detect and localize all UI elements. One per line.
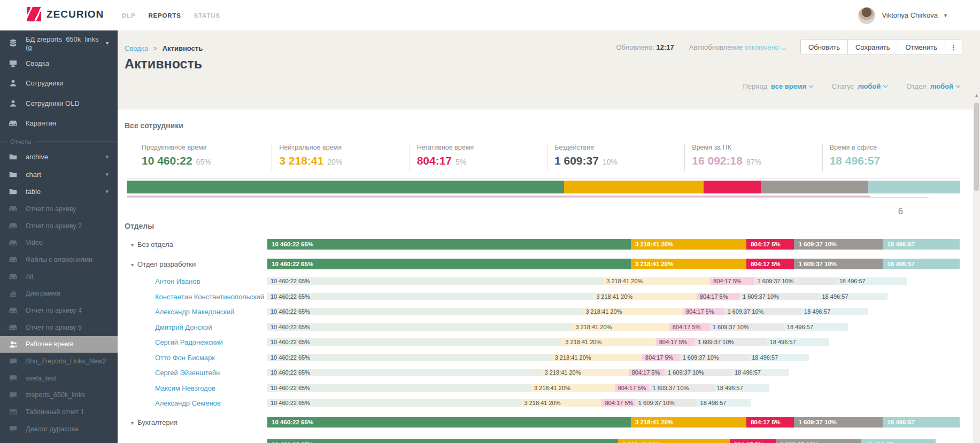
- bar-segment-бездействие: 1 609:37 10%: [739, 293, 819, 300]
- bar-segment-label: 3 218:41 20%: [534, 385, 570, 391]
- sidebar-item-табличный-отчет-1[interactable]: Табличный отчет 1: [0, 403, 118, 421]
- bar-segment-время-в-офисе: 18 496:57: [861, 439, 936, 443]
- sidebar-item-label: Отчет по архиву 5: [26, 324, 82, 331]
- bar-segment-негативное-время: 804:17 5%: [683, 308, 724, 315]
- bar-segment-время-в-офисе: 18 496:57: [731, 369, 789, 376]
- employee-row-сергий-радонежский: Сергий Радонежский10 460:22 65%3 218:41 …: [127, 338, 960, 346]
- bar-segment-label: 10 460:22 65%: [271, 308, 310, 315]
- sidebar-item-table[interactable]: table▾: [0, 183, 118, 201]
- employee-link[interactable]: Отто Фон Бисмарк: [155, 353, 215, 361]
- department-label[interactable]: ▾Отдел разработки: [131, 260, 196, 268]
- stacked-bar: 10 460:22 65%3 218:41 20%804:17 5%1 609:…: [267, 239, 960, 250]
- sidebar-item-диалог-дурасова[interactable]: Диалог дурасова: [0, 421, 118, 438]
- bar-segment-label: 10 460:22 65%: [271, 278, 310, 284]
- sidebar-item-файлы-с-вложениями[interactable]: Файлы с вложениями: [0, 251, 118, 268]
- sidebar-item-chart[interactable]: chart▾: [0, 166, 118, 183]
- employee-link[interactable]: Максим Невзгодов: [155, 384, 215, 392]
- employee-link[interactable]: Сергий Радонежский: [155, 338, 223, 346]
- обновить-button[interactable]: Обновить: [801, 40, 847, 55]
- bar-segment-продуктивное-время: 10 460:22 65%: [267, 439, 618, 443]
- bar-segment-время-в-офисе: 18 496:57: [767, 338, 829, 346]
- autorefresh-value-dropdown[interactable]: отключено: [745, 43, 785, 51]
- user-menu[interactable]: Viktoriya Chirkova ▾: [858, 0, 947, 30]
- sidebar-item-video[interactable]: Video: [0, 234, 118, 251]
- sidebar-item-отчет-по-архиву-4[interactable]: Отчет по архиву 4: [0, 302, 118, 319]
- employee-link[interactable]: Сергей Эйзенштейн: [155, 369, 220, 377]
- nav-status[interactable]: STATUS: [194, 12, 220, 19]
- sidebar-item-label: zreports_650k_links: [26, 391, 85, 399]
- bar-segment-label: 18 496:57: [717, 385, 743, 391]
- stat-label: Бездействие: [554, 144, 684, 151]
- filter-отдел[interactable]: Отделлюбой: [906, 82, 960, 90]
- bar-segment-продуктивное-время: 10 460:22 65%: [267, 338, 562, 346]
- department-label[interactable]: ▾Бухгалтерия: [131, 418, 178, 426]
- nav-reports[interactable]: REPORTS: [148, 12, 181, 19]
- bar-segment-негативное-время: 804:17 5%: [730, 439, 776, 443]
- chevron-down-icon[interactable]: ▾: [131, 242, 134, 248]
- chevron-down-icon[interactable]: ▾: [105, 153, 109, 160]
- scroll-up-icon[interactable]: ▲: [973, 93, 980, 98]
- employee-link[interactable]: Константин Константинопольский: [155, 292, 264, 300]
- employee-link[interactable]: Александр Семенов: [155, 399, 221, 407]
- sidebar-item-сотрудники-old[interactable]: Сотрудники OLD: [0, 94, 118, 114]
- department-label[interactable]: ▾Без отдела: [131, 240, 173, 248]
- breadcrumb-separator: >: [153, 44, 158, 52]
- kebab-menu-button[interactable]: ⋮: [945, 40, 962, 55]
- sidebar-item-отчет-по-архиву-5[interactable]: Отчет по архиву 5: [0, 319, 118, 336]
- vertical-scrollbar[interactable]: ▲: [973, 91, 980, 443]
- brand-logo[interactable]: ZECURION: [27, 7, 104, 21]
- sidebar-item-label: Диалог дурасова: [26, 425, 79, 433]
- department-row-бухгалтерия: ▾Бухгалтерия10 460:22 65%3 218:41 20%804…: [127, 417, 960, 428]
- stat-время-за-пк: Время за ПК16 092:1887%: [684, 144, 822, 172]
- sidebar-item-бд-zreports-650k-links-g[interactable]: БД zreports_650k_links (g▾: [0, 33, 118, 53]
- sidebar-item-диаграмма[interactable]: Диаграмма: [0, 285, 118, 302]
- chevron-down-icon[interactable]: ▾: [131, 420, 134, 426]
- bar-segment-label: 10 460:22 65%: [272, 241, 313, 247]
- scrollbar-thumb[interactable]: [974, 103, 979, 191]
- bar-segment-негативное-время: 804:17 5%: [669, 323, 709, 331]
- chevron-down-icon[interactable]: ▾: [105, 171, 109, 178]
- bar-segment-время-в-офисе: 18 496:57: [801, 308, 868, 315]
- autorefresh-value: отключено: [745, 43, 779, 51]
- bar-segment-негативное-время: 804:17 5%: [710, 277, 754, 285]
- sidebar-item-all[interactable]: All: [0, 268, 118, 285]
- employee-link[interactable]: Дмитрий Донской: [155, 323, 212, 331]
- stat-label: Негативное время: [417, 144, 547, 151]
- breadcrumb-link-svodka[interactable]: Сводка: [125, 44, 148, 52]
- filter-период[interactable]: Периодвсе время: [743, 82, 813, 90]
- bar-segment-нейтральное-время: 3 218:41 20%: [582, 308, 682, 315]
- сохранить-button[interactable]: Сохранить: [847, 40, 898, 55]
- sidebar-item-карантин[interactable]: Карантин: [0, 113, 118, 134]
- sidebar-item-отчет-по-архиву-2[interactable]: Отчет по архиву 2: [0, 217, 118, 235]
- отменить-button[interactable]: Отменить: [898, 40, 945, 55]
- sidebar-item-zreports-650k-links[interactable]: zreports_650k_links: [0, 387, 118, 404]
- pc-time-marker-line-light: [127, 197, 929, 198]
- sidebar-item-sveta-test[interactable]: sveta_test: [0, 370, 118, 387]
- sidebar-item-label: Сотрудники: [26, 79, 63, 87]
- sidebar-item-shu-zreports-links-new2[interactable]: Shu_Zreports_Links_New2: [0, 353, 118, 370]
- sidebar-item-сотрудники[interactable]: Сотрудники: [0, 73, 118, 94]
- bar-segment-label: 3 218:41 20%: [635, 419, 674, 425]
- filter-label: Период: [743, 82, 767, 90]
- chevron-down-icon[interactable]: ▾: [105, 188, 109, 195]
- employee-link[interactable]: Александр Македонский: [155, 308, 234, 316]
- sidebar-item-рабочее-время[interactable]: Рабочее время: [0, 336, 118, 353]
- sidebar-item-archive[interactable]: archive▾: [0, 149, 118, 166]
- sidebar-item-label: Карантин: [26, 119, 56, 127]
- sidebar-item-отчет-по-архиву[interactable]: Отчет по архиву: [0, 200, 118, 217]
- employee-link[interactable]: Антон Иванов: [155, 277, 200, 285]
- page-title: Активность: [125, 56, 202, 72]
- nav-dlp[interactable]: DLP: [122, 12, 135, 19]
- chevron-down-icon[interactable]: ▾: [131, 262, 134, 268]
- bar-segment-label: 10 460:22 65%: [272, 261, 313, 267]
- folder-icon: [9, 170, 18, 178]
- bar-segment-label: 10 460:22 65%: [271, 354, 310, 361]
- bar-segment-нейтральное-время: 3 218:41 20%: [542, 369, 629, 376]
- sidebar-item-label: Отчет по архиву 2: [26, 222, 82, 230]
- filter-статус[interactable]: Статуслюбой: [832, 82, 887, 90]
- bar-segment-label: 18 496:57: [752, 354, 778, 361]
- bar-segment-label: 1 609:37 10%: [798, 241, 837, 247]
- bar-segment-бездействие: 1 609:37 10%: [680, 354, 749, 361]
- employee-row-александр-семенов: Александр Семенов10 460:22 65%3 218:41 2…: [127, 399, 960, 407]
- sidebar-item-сводка[interactable]: Сводка: [0, 53, 118, 74]
